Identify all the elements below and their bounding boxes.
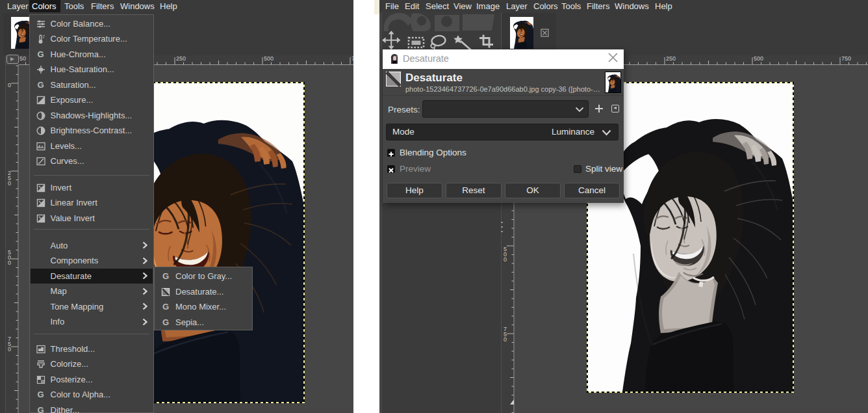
- svg-text:0: 0: [8, 260, 11, 266]
- svg-text:0: 0: [8, 82, 11, 88]
- svg-text:500: 500: [264, 55, 274, 62]
- svg-text:0: 0: [8, 346, 11, 353]
- svg-text:0: 0: [8, 180, 11, 187]
- svg-text:250: 250: [176, 55, 186, 62]
- svg-text:0: 0: [504, 336, 507, 343]
- svg-text:0: 0: [504, 256, 507, 263]
- svg-text:500: 500: [754, 55, 763, 62]
- svg-text:250: 250: [666, 55, 676, 62]
- svg-text:750: 750: [841, 55, 851, 62]
